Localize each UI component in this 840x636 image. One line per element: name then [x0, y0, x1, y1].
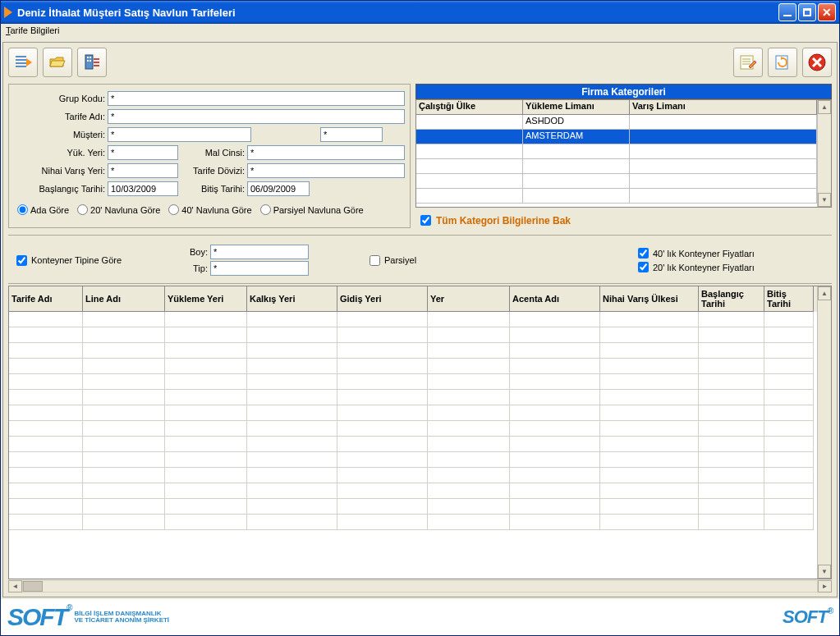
menu-tarife-bilgileri[interactable]: Tarife Bilgileri: [6, 25, 59, 35]
checkbox-40lik[interactable]: [638, 248, 649, 259]
category-scrollbar[interactable]: ▲ ▼: [817, 100, 831, 207]
category-row[interactable]: AMSTERDAM: [416, 130, 817, 144]
svg-rect-11: [94, 62, 99, 63]
grid-vertical-scrollbar[interactable]: ▲ ▼: [817, 286, 831, 579]
scroll-up-icon[interactable]: ▲: [818, 100, 831, 114]
grid-column-header[interactable]: Acenta Adı: [510, 286, 600, 312]
radio-parsiyel-navluna[interactable]: Parsiyel Navluna Göre: [260, 204, 364, 215]
toolbar-refresh-button[interactable]: [768, 48, 797, 77]
grid-column-header[interactable]: Kalkış Yeri: [247, 286, 337, 312]
label-tarife-adi: Tarife Adı:: [14, 112, 108, 121]
input-musteri[interactable]: [108, 127, 251, 142]
table-row[interactable]: [9, 359, 817, 374]
grid-column-header[interactable]: Gidiş Yeri: [337, 286, 428, 312]
close-button[interactable]: ✕: [818, 3, 836, 21]
label-40lik: 40' lık Konteyner Fiyatları: [653, 249, 755, 259]
scroll-down-icon[interactable]: ▼: [818, 565, 831, 579]
label-parsiyel: Parsiyel: [384, 255, 416, 265]
cat-header-varis[interactable]: Varış Limanı: [630, 100, 817, 115]
scroll-right-icon[interactable]: ►: [818, 580, 832, 593]
table-row[interactable]: [9, 312, 817, 327]
input-yuk-yeri[interactable]: [108, 145, 178, 160]
input-tarife-adi[interactable]: [108, 109, 405, 124]
input-baslangic[interactable]: [108, 181, 178, 196]
minimize-button[interactable]: [778, 3, 796, 21]
toolbar-btn-1[interactable]: [8, 48, 38, 77]
menubar: Tarife Bilgileri: [1, 24, 839, 40]
toolbar: [8, 46, 832, 84]
table-row[interactable]: [9, 499, 817, 515]
scroll-thumb[interactable]: [23, 581, 43, 592]
footer: SOFT® BİLGİ İŞLEM DANIŞMANLIK VE TİCARET…: [1, 599, 839, 635]
svg-rect-7: [90, 57, 91, 58]
refresh-icon: [773, 53, 792, 71]
input-nihai[interactable]: [108, 163, 178, 178]
label-baslangic: Başlangıç Tarihi:: [14, 184, 108, 194]
category-row[interactable]: [416, 189, 817, 204]
toolbar-btn-3[interactable]: [77, 48, 107, 77]
table-row[interactable]: [9, 374, 817, 390]
svg-rect-12: [94, 65, 99, 66]
table-row[interactable]: [9, 343, 817, 359]
checkbox-parsiyel[interactable]: [370, 255, 380, 266]
svg-rect-2: [16, 62, 26, 64]
table-row[interactable]: [9, 483, 817, 499]
input-bitis[interactable]: [247, 181, 310, 196]
bars-arrow-icon: [14, 53, 32, 71]
grid-column-header[interactable]: Başlangıç Tarihi: [699, 286, 764, 312]
cat-header-yukleme[interactable]: Yükleme Limanı: [523, 100, 630, 115]
radio-ada-gore[interactable]: Ada Göre: [17, 204, 69, 215]
category-row[interactable]: [416, 174, 817, 189]
table-row[interactable]: [9, 421, 817, 437]
grid-header: Tarife AdıLine AdıYükleme YeriKalkış Yer…: [9, 286, 817, 312]
grid-horizontal-scrollbar[interactable]: ◄ ►: [8, 579, 832, 593]
filter-form-panel: Grup Kodu: Tarife Adı: Müşteri: Yük. Yer…: [8, 84, 411, 228]
grid-column-header[interactable]: Bitiş Tarihi: [764, 286, 814, 312]
table-row[interactable]: [9, 327, 817, 343]
scroll-left-icon[interactable]: ◄: [8, 580, 22, 593]
category-grid: Çalıştığı Ülke Yükleme Limanı Varış Lima…: [415, 99, 832, 208]
table-row[interactable]: [9, 515, 817, 530]
label-bitis: Bitiş Tarihi:: [178, 184, 247, 194]
grid-column-header[interactable]: Yükleme Yeri: [165, 286, 247, 312]
content-area: Grup Kodu: Tarife Adı: Müşteri: Yük. Yer…: [2, 42, 838, 597]
brand-logo-left: SOFT® BİLGİ İŞLEM DANIŞMANLIK VE TİCARET…: [7, 603, 169, 631]
grid-column-header[interactable]: Tarife Adı: [9, 286, 83, 312]
table-row[interactable]: [9, 452, 817, 468]
toolbar-edit-button[interactable]: [733, 48, 763, 77]
svg-rect-6: [87, 57, 89, 58]
input-musteri-2[interactable]: [320, 127, 383, 142]
checkbox-tum-kategori[interactable]: [420, 215, 431, 226]
grid-column-header[interactable]: Yer: [428, 286, 510, 312]
input-grup-kodu[interactable]: [108, 91, 405, 106]
input-mal-cinsi[interactable]: [247, 145, 405, 160]
scroll-down-icon[interactable]: ▼: [818, 193, 831, 207]
svg-rect-3: [16, 66, 26, 67]
input-tarife-dovizi[interactable]: [247, 163, 405, 178]
checkbox-konteyner-tipine[interactable]: [16, 255, 27, 266]
table-row[interactable]: [9, 405, 817, 421]
category-row[interactable]: [416, 159, 817, 174]
radio-40-navluna[interactable]: 40' Navluna Göre: [168, 204, 251, 215]
grid-column-header[interactable]: Nihai Varış Ülkesi: [600, 286, 699, 312]
table-row[interactable]: [9, 468, 817, 483]
category-row[interactable]: ASHDOD: [416, 115, 817, 130]
filter-row: Konteyner Tipine Göre Boy: Tip: Parsiyel: [8, 236, 832, 284]
input-tip[interactable]: [210, 261, 309, 276]
label-musteri: Müşteri:: [14, 130, 108, 140]
cat-header-ulke[interactable]: Çalıştığı Ülke: [416, 100, 523, 115]
toolbar-cancel-button[interactable]: [802, 48, 832, 77]
note-pencil-icon: [739, 53, 757, 71]
window-title: Deniz İthalat Müşteri Satış Navlun Tarif…: [17, 7, 778, 19]
table-row[interactable]: [9, 390, 817, 405]
grid-column-header[interactable]: Line Adı: [83, 286, 165, 312]
input-boy[interactable]: [210, 245, 309, 259]
scroll-up-icon[interactable]: ▲: [818, 286, 831, 300]
radio-20-navluna[interactable]: 20' Navluna Göre: [77, 204, 160, 215]
table-row[interactable]: [9, 437, 817, 452]
category-row[interactable]: [416, 144, 817, 159]
maximize-button[interactable]: [798, 3, 816, 21]
toolbar-open-button[interactable]: [43, 48, 72, 77]
checkbox-20lik[interactable]: [638, 262, 649, 272]
cancel-circle-icon: [807, 53, 827, 72]
